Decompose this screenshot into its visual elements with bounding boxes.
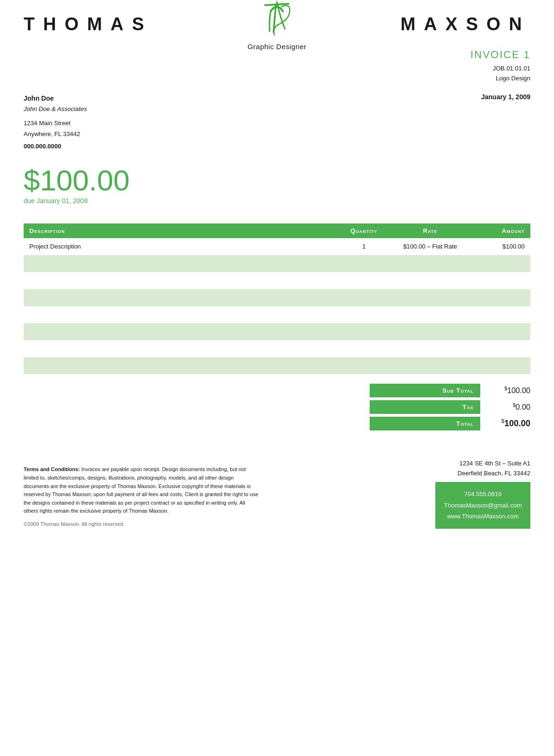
table-row <box>24 255 530 272</box>
client-info: John Doe John Doe & Associates 1234 Main… <box>24 93 87 152</box>
total-value: $100.00 <box>488 418 530 429</box>
client-phone: 000.000.0000 <box>24 141 87 152</box>
footer-website: www.ThomasMaxson.com <box>444 511 522 522</box>
subtotal-row: Sub Total $100.00 <box>370 384 530 397</box>
client-name: John Doe <box>24 93 87 104</box>
client-company: John Doe & Associates <box>24 104 87 114</box>
client-address1: 1234 Main Street <box>24 118 87 129</box>
header-description: Description <box>29 227 336 234</box>
row-amount: $100.00 <box>468 243 525 250</box>
logo-icon <box>256 0 298 41</box>
table-row: Project Description 1 $100.00 – Flat Rat… <box>24 238 530 255</box>
client-address2: Anywhere, FL 33442 <box>24 129 87 139</box>
invoice-job: JOB.01.01.01 Logo Design <box>24 64 530 84</box>
table-row <box>24 357 530 374</box>
amount-due-date: due January 01, 2008 <box>24 197 530 205</box>
header-amount: Amount <box>468 227 525 234</box>
header-quantity: Quantity <box>336 227 392 234</box>
row-quantity: 1 <box>336 243 392 250</box>
tagline: Graphic Designer <box>248 43 307 51</box>
table-row <box>24 306 530 323</box>
table-row <box>24 323 530 340</box>
subtotal-label: Sub Total <box>370 384 480 397</box>
row-description: Project Description <box>29 243 336 250</box>
tax-value: $0.00 <box>488 402 530 412</box>
totals-section: Sub Total $100.00 Tax $0.00 Total $100.0… <box>24 384 530 430</box>
name-right: MAXSON <box>400 14 530 34</box>
invoice-date: January 1, 2009 <box>481 93 530 101</box>
terms-title: Terms and Conditions: <box>24 466 80 472</box>
footer-contact-box: 704.555.0816 ThomasMaxson@gmail.com www.… <box>435 482 530 528</box>
row-rate: $100.00 – Flat Rate <box>392 243 468 250</box>
table-row <box>24 289 530 306</box>
table-row <box>24 340 530 357</box>
tax-label: Tax <box>370 400 480 414</box>
footer-email: ThomasMaxson@gmail.com <box>444 500 522 511</box>
page-header: THOMAS Graphic Designer MAXSON <box>0 0 554 39</box>
footer-right: 1234 SE 4th St – Suite A1 Deerfield Beac… <box>435 459 530 529</box>
client-row: John Doe John Doe & Associates 1234 Main… <box>0 84 554 152</box>
logo-area: Graphic Designer <box>248 0 307 51</box>
total-label: Total <box>370 417 480 430</box>
copyright: ©2009 Thomas Maxson. All rights reserved… <box>24 520 260 529</box>
table-row <box>24 272 530 289</box>
table-header: Description Quantity Rate Amount <box>24 223 530 238</box>
amount-due-large: $100.00 <box>24 166 530 195</box>
header-rate: Rate <box>392 227 468 234</box>
subtotal-value: $100.00 <box>488 386 530 395</box>
footer: Terms and Conditions: Invoices are payab… <box>0 459 554 543</box>
footer-address1: 1234 SE 4th St – Suite A1 <box>435 459 530 469</box>
footer-address2: Deerfield Beach, FL 33442 <box>435 469 530 479</box>
invoice-table: Description Quantity Rate Amount Project… <box>24 223 530 374</box>
terms-body: Invoices are payable upon receipt. Desig… <box>24 466 258 514</box>
tax-row: Tax $0.00 <box>370 400 530 414</box>
total-row: Total $100.00 <box>370 417 530 430</box>
amount-due-section: $100.00 due January 01, 2008 <box>0 152 554 214</box>
footer-address: 1234 SE 4th St – Suite A1 Deerfield Beac… <box>435 459 530 479</box>
name-left: THOMAS <box>24 14 153 34</box>
footer-phone: 704.555.0816 <box>444 489 522 499</box>
terms-text: Terms and Conditions: Invoices are payab… <box>24 465 260 515</box>
footer-left: Terms and Conditions: Invoices are payab… <box>24 465 260 528</box>
